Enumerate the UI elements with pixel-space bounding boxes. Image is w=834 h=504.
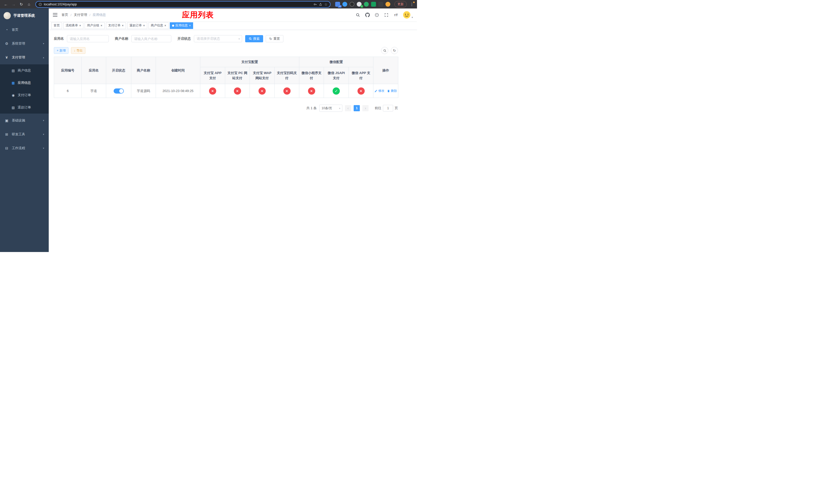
close-icon[interactable]: ×: [101, 24, 102, 27]
sidebar-item-infra[interactable]: ▣ 基础设施 ▾: [0, 114, 49, 128]
status-select[interactable]: 请选择开启状态 ▾: [194, 35, 242, 42]
page-size-select[interactable]: 10条/页 ▾: [319, 105, 343, 112]
sidebar-item-label: 工作流程: [12, 146, 25, 151]
devtool-icon: ⊞: [5, 132, 9, 136]
pencil-icon: [374, 90, 377, 93]
toggle-search-button[interactable]: [381, 47, 388, 54]
close-icon[interactable]: ×: [189, 24, 191, 27]
right-toolbar: ↻: [381, 47, 398, 54]
edit-link[interactable]: 修改: [374, 89, 385, 93]
search-button[interactable]: 搜索: [245, 35, 263, 42]
col-alipay-app: 支付宝 APP 支付: [200, 67, 225, 84]
prev-page-button[interactable]: ‹: [345, 105, 351, 111]
page-title: 应用列表: [182, 10, 214, 20]
goto-page-input[interactable]: [383, 105, 393, 112]
merchant-name-input[interactable]: [131, 35, 171, 42]
extension-icon-4[interactable]: 1: [357, 2, 361, 7]
site-info-icon[interactable]: [39, 3, 42, 6]
app-logo[interactable]: 芋道管理系统: [0, 8, 49, 23]
share-icon[interactable]: [319, 3, 322, 6]
sidebar: 芋道管理系统 ◔ 首页 ⚙ 系统管理 ▾ ¥ 支付管理 ▴ ▤ 商户信息 ▦ 应…: [0, 8, 49, 252]
browser-home-button[interactable]: ⌂: [26, 1, 32, 8]
close-icon[interactable]: ×: [79, 24, 81, 27]
col-created: 创建时间: [156, 57, 200, 84]
fullscreen-icon[interactable]: [384, 12, 389, 18]
extension-icon-1[interactable]: 10: [335, 2, 340, 7]
app-name-input[interactable]: [67, 35, 109, 42]
tab-user-group[interactable]: 用户分组 ×: [85, 22, 105, 29]
next-page-button[interactable]: ›: [363, 105, 369, 111]
url-text: localhost:1024/pay/app: [44, 3, 312, 6]
group-wechat-config: 微信配置: [299, 57, 373, 67]
extension-icon-3[interactable]: [350, 2, 354, 7]
tab-label: 应用信息: [175, 23, 188, 28]
tab-merchant-info[interactable]: 商户信息 ×: [149, 22, 169, 29]
tab-label: 首页: [53, 23, 60, 28]
dashboard-icon: ◔: [5, 28, 9, 32]
github-icon[interactable]: [365, 12, 370, 18]
browser-reload-button[interactable]: ↻: [18, 1, 25, 8]
extension-badge: 10: [338, 5, 342, 8]
infra-icon: ▣: [5, 118, 9, 122]
tab-process-form[interactable]: 流程表单 ×: [63, 22, 83, 29]
close-icon[interactable]: ×: [164, 24, 166, 27]
browser-menu-button[interactable]: ⋮: [409, 2, 414, 7]
password-key-icon[interactable]: [313, 3, 317, 6]
cell-merchant: 芋道源码: [131, 84, 156, 98]
tags-view: 首页 流程表单 × 用户分组 × 支付订单 × 退款订单 × 商户信息 ×: [49, 21, 417, 30]
browser-back-button[interactable]: ←: [3, 1, 9, 8]
extension-icon-8[interactable]: [386, 2, 390, 7]
col-alipay-qr: 支付宝扫码支付: [275, 67, 299, 84]
tab-home[interactable]: 首页: [51, 22, 62, 29]
svg-text:?: ?: [376, 14, 378, 16]
sidebar-item-system[interactable]: ⚙ 系统管理 ▾: [0, 37, 49, 50]
font-size-icon[interactable]: тT: [393, 12, 398, 18]
close-icon[interactable]: ×: [122, 24, 124, 27]
breadcrumb-home[interactable]: 首页: [62, 13, 68, 17]
tab-app-info[interactable]: 应用信息 ×: [170, 22, 193, 29]
status-toggle[interactable]: [114, 88, 124, 94]
user-avatar[interactable]: ▾: [403, 11, 413, 19]
col-wechat-app: 微信 APP 支付: [349, 67, 373, 84]
tab-pay-order[interactable]: 支付订单 ×: [106, 22, 126, 29]
breadcrumb-payment[interactable]: 支付管理: [74, 13, 87, 17]
sidebar-item-workflow[interactable]: ⊟ 工作流程 ▾: [0, 141, 49, 155]
extensions-cluster: 10 1: [335, 2, 390, 7]
extension-icon-5[interactable]: [364, 2, 369, 7]
add-button[interactable]: + 新增: [54, 47, 68, 54]
browser-update-button[interactable]: 更新: [394, 1, 407, 7]
tab-label: 用户分组: [87, 23, 99, 28]
extension-icon-6[interactable]: [371, 2, 376, 7]
sidebar-item-payment[interactable]: ¥ 支付管理 ▴: [0, 50, 49, 64]
delete-link[interactable]: 删除: [387, 89, 397, 93]
col-actions: 操作: [373, 57, 398, 84]
sidebar-item-app-info[interactable]: ▦ 应用信息: [0, 77, 49, 89]
bookmark-star-icon[interactable]: ☆: [324, 2, 328, 6]
address-bar[interactable]: localhost:1024/pay/app ☆: [36, 1, 331, 8]
chevron-down-icon: ▾: [239, 38, 240, 40]
close-icon[interactable]: ×: [143, 24, 145, 27]
sidebar-toggle-icon[interactable]: [53, 13, 58, 17]
sidebar-item-home[interactable]: ◔ 首页: [0, 23, 49, 37]
browser-forward-button[interactable]: →: [10, 1, 17, 8]
sidebar-item-label: 基础设施: [12, 118, 25, 123]
wechat-mini-disabled-icon: ×: [308, 87, 315, 95]
extension-icon-2[interactable]: [343, 2, 347, 7]
table-toolbar: + 新增 ↓ 导出 ↻: [54, 47, 398, 54]
sidebar-item-label: 系统管理: [12, 41, 25, 46]
export-button[interactable]: ↓ 导出: [71, 47, 85, 54]
navbar-actions: ? тT ▾: [355, 11, 413, 19]
page-1-button[interactable]: 1: [354, 105, 360, 111]
sidebar-item-devtools[interactable]: ⊞ 研发工具 ▾: [0, 128, 49, 141]
sidebar-item-merchant-info[interactable]: ▤ 商户信息: [0, 64, 49, 77]
sidebar-item-refund-order[interactable]: ▨ 退款订单: [0, 101, 49, 114]
sidebar-item-pay-order[interactable]: ◉ 支付订单: [0, 89, 49, 101]
extension-icon-7[interactable]: [378, 2, 383, 7]
tab-refund-order[interactable]: 退款订单 ×: [127, 22, 147, 29]
search-icon[interactable]: [355, 12, 360, 18]
reset-button[interactable]: ↻ 重置: [266, 35, 283, 42]
help-icon[interactable]: ?: [374, 12, 379, 18]
refresh-table-button[interactable]: ↻: [391, 47, 398, 54]
goto-page: 前往 页: [375, 105, 398, 112]
app-title: 芋道管理系统: [13, 13, 35, 18]
